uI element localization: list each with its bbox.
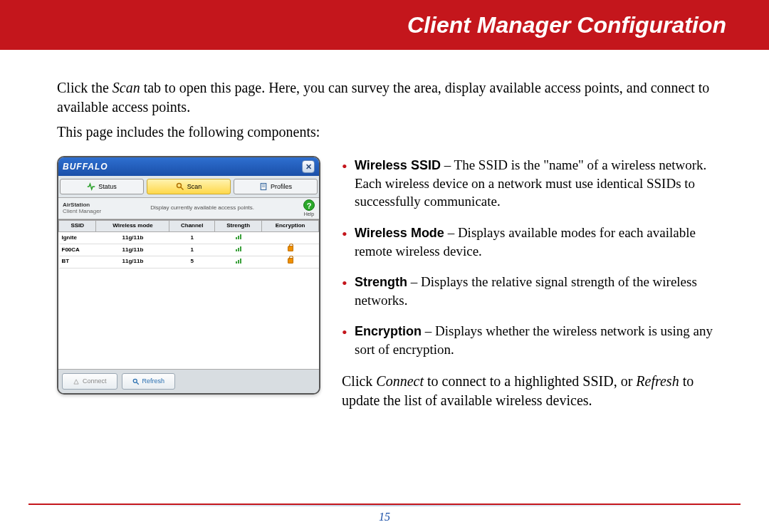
signal-icon [236,258,241,264]
tab-profiles-label: Profiles [271,182,292,191]
header-band: Client Manager Configuration [0,0,769,50]
col-encryption[interactable]: Encryption [262,221,319,232]
svg-point-0 [177,184,181,188]
cell-strength [215,244,262,256]
col-mode[interactable]: Wireless mode [96,221,169,232]
signal-icon [236,246,241,251]
product-sub: Client Manager [63,209,101,215]
closing-refresh-em: Refresh [636,373,679,389]
intro-scan-em: Scan [113,80,140,95]
closing-a: Click [342,373,376,389]
list-item: Encryption – Displays whether the wirele… [342,322,726,358]
svg-line-1 [180,187,183,190]
cell-channel: 1 [169,232,215,244]
col-strength[interactable]: Strength [215,221,262,232]
content-area: Click the Scan tab to open this page. He… [0,50,769,410]
bottom-bar: Connect Refresh [58,369,319,392]
closing-b: to connect to a highlighted SSID, or [424,373,636,389]
col-channel[interactable]: Channel [169,221,215,232]
svg-line-6 [136,382,138,384]
cell-strength [215,256,262,268]
bullet-list: Wireless SSID – The SSID is the "name" o… [342,156,726,410]
grid-body: Ignite 11g/11b 1 F00CA 11g/11b 1 [59,232,319,268]
col-ssid[interactable]: SSID [59,221,96,232]
cell-ssid: BT [59,256,96,268]
table-row[interactable]: F00CA 11g/11b 1 [59,244,319,256]
term-strength: Strength [355,275,407,289]
cell-mode: 11g/11b [96,232,169,244]
cell-channel: 1 [169,244,215,256]
list-item: Strength – Displays the relative signal … [342,273,726,309]
list-item: Wireless Mode – Displays available modes… [342,224,726,260]
cell-strength [215,232,262,244]
connect-icon [73,378,80,385]
closing-text: Click Connect to connect to a highlighte… [342,372,726,410]
connect-label: Connect [83,377,107,385]
page-number: 15 [0,511,769,523]
sub-left: AirStation Client Manager [63,202,101,215]
subheader: AirStation Client Manager Display curren… [58,198,319,219]
term-ssid: Wireless SSID [355,158,441,172]
refresh-label: Refresh [142,377,165,385]
refresh-button[interactable]: Refresh [122,373,176,389]
table-row[interactable]: BT 11g/11b 5 [59,256,319,268]
intro-text: Click the Scan tab to open this page. He… [57,78,726,142]
signal-icon [236,234,241,239]
footer-rule [28,504,741,506]
intro-p2: This page includes the following compone… [57,122,726,142]
close-icon[interactable]: ✕ [302,160,315,173]
intro-text-a: Click the [57,80,113,95]
connect-button[interactable]: Connect [62,373,117,389]
app-screenshot: BUFFALO ✕ Status Scan Profiles [57,156,320,410]
tabs-row: Status Scan Profiles [58,176,319,198]
network-grid: SSID Wireless mode Channel Strength Encr… [58,219,319,369]
tab-scan-label: Scan [187,182,202,191]
tab-status-label: Status [98,182,117,191]
term-mode: Wireless Mode [355,226,444,240]
refresh-icon [132,378,140,385]
tab-status[interactable]: Status [60,179,144,194]
cell-mode: 11g/11b [96,256,169,268]
help-icon[interactable]: ? [303,199,315,211]
term-encryption: Encryption [355,324,422,338]
profiles-icon [259,182,268,191]
cell-encryption [262,232,319,244]
cell-mode: 11g/11b [96,244,169,256]
intro-text-b: tab to open this page. Here, you can sur… [57,80,709,115]
svg-point-5 [133,379,137,382]
closing-connect-em: Connect [376,373,424,389]
status-icon [87,182,95,191]
brand-logo: BUFFALO [63,161,108,172]
cell-encryption [262,256,319,268]
tab-profiles[interactable]: Profiles [234,179,318,194]
sub-description: Display currently available access point… [150,204,254,212]
cell-ssid: F00CA [59,244,96,256]
table-row[interactable]: Ignite 11g/11b 1 [59,232,319,244]
help-wrap: ? Help [303,199,315,217]
cell-encryption [262,244,319,256]
lock-icon [288,246,293,251]
tab-scan[interactable]: Scan [147,179,231,194]
titlebar: BUFFALO ✕ [58,157,319,176]
help-label: Help [303,211,315,217]
search-icon [176,182,184,191]
lock-icon [288,258,293,264]
cell-channel: 5 [169,256,215,268]
list-item: Wireless SSID – The SSID is the "name" o… [342,156,726,211]
footer: 15 [0,504,769,523]
page-title: Client Manager Configuration [407,12,726,38]
cell-ssid: Ignite [59,232,96,244]
app-window: BUFFALO ✕ Status Scan Profiles [57,156,320,395]
